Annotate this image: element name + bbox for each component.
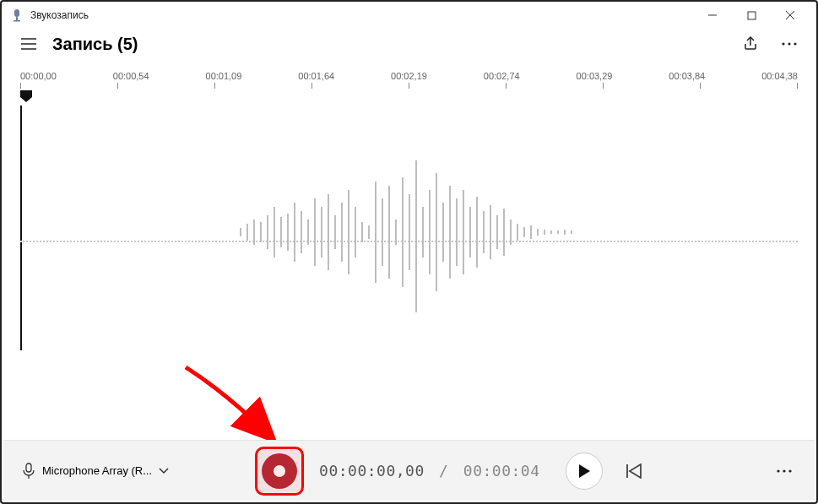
timeline-ruler: 00:00,00 00:00,54 00:01,09 00:01,64 00:0…: [2, 64, 816, 81]
ruler-label: 00:01,64: [298, 71, 334, 81]
svg-point-12: [794, 42, 796, 45]
time-separator: /: [439, 462, 448, 480]
skip-back-icon: [626, 463, 642, 479]
mic-selector[interactable]: Microphone Array (R...: [22, 463, 169, 480]
playhead-track[interactable]: [20, 90, 798, 106]
svg-point-68: [788, 469, 791, 472]
timeline-ticks: [2, 81, 816, 89]
ruler-label: 00:02,19: [391, 71, 427, 81]
ruler-label: 00:00,54: [113, 71, 149, 81]
svg-point-66: [777, 469, 779, 472]
record-icon: [274, 465, 285, 477]
footer: Microphone Array (R... 00:00:00,00 / 00:…: [3, 440, 815, 501]
share-button[interactable]: [739, 32, 762, 56]
window-controls: [693, 2, 810, 29]
play-button[interactable]: [566, 453, 603, 490]
svg-point-11: [788, 42, 790, 45]
playhead-icon[interactable]: [20, 90, 32, 106]
skip-back-button[interactable]: [621, 458, 647, 484]
maximize-button[interactable]: [732, 2, 771, 29]
ruler-label: 00:04,38: [761, 71, 798, 81]
app-icon: [10, 8, 24, 22]
svg-rect-63: [26, 463, 31, 472]
svg-rect-0: [14, 9, 19, 17]
more-button[interactable]: [777, 32, 801, 56]
svg-point-67: [783, 469, 785, 472]
close-button[interactable]: [771, 2, 810, 29]
svg-rect-2: [14, 20, 20, 22]
minimize-button[interactable]: [693, 2, 732, 29]
ruler-label: 00:02,74: [484, 71, 520, 81]
microphone-icon: [22, 463, 35, 480]
mic-label: Microphone Array (R...: [42, 464, 152, 477]
waveform: [20, 106, 798, 359]
recording-title: Запись (5): [52, 35, 138, 54]
window-title: Звукозапись: [30, 9, 89, 21]
time-total: 00:00:04: [463, 462, 540, 480]
ruler-label: 00:03,84: [669, 71, 705, 81]
time-elapsed: 00:00:00,00: [319, 462, 425, 480]
ruler-label: 00:03,29: [577, 71, 613, 81]
menu-button[interactable]: [17, 32, 41, 56]
svg-rect-1: [16, 17, 18, 20]
ruler-label: 00:01,09: [206, 71, 242, 81]
play-icon: [577, 463, 591, 479]
titlebar: Звукозапись: [2, 2, 816, 29]
time-display: 00:00:00,00 / 00:00:04: [319, 462, 539, 480]
record-button[interactable]: [262, 453, 297, 489]
chevron-down-icon: [159, 468, 169, 474]
svg-point-10: [782, 42, 784, 45]
svg-rect-4: [748, 12, 756, 19]
header: Запись (5): [2, 29, 816, 64]
footer-more-button[interactable]: [772, 459, 796, 483]
waveform-area[interactable]: [20, 106, 798, 359]
ruler-label: 00:00,00: [20, 71, 57, 81]
